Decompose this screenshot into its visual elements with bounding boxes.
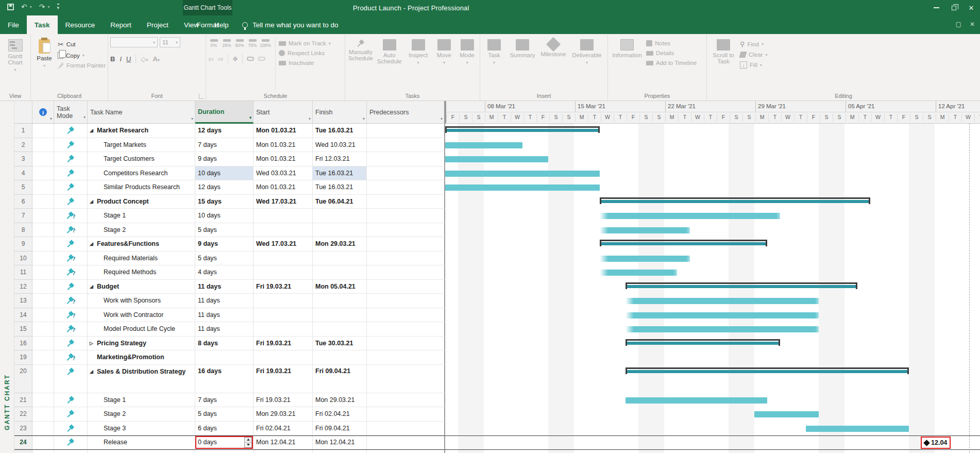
start-cell[interactable] [254, 294, 313, 308]
copy-button[interactable]: Copy▾ [58, 52, 106, 59]
task-row-19[interactable]: 19?Marketing&Promotion [14, 350, 980, 365]
start-cell[interactable] [254, 350, 313, 365]
task-row-10[interactable]: 10?Required Materials5 days [14, 251, 980, 266]
minimize-button[interactable] [927, 0, 945, 15]
undo-caret-icon[interactable]: ▾ [30, 5, 32, 9]
task-name-cell[interactable]: Similar Products Research [88, 180, 195, 195]
row-number[interactable]: 10 [14, 251, 32, 266]
start-cell[interactable]: Fri 19.03.21 [254, 280, 313, 294]
fill-button[interactable]: ↓Fill▾ [740, 61, 768, 69]
task-name-cell[interactable]: Work with Sponsors [88, 294, 195, 308]
task-name-cell[interactable]: Stage 2 [88, 407, 195, 422]
task-mode-cell[interactable] [54, 407, 88, 422]
predecessors-cell[interactable] [367, 280, 445, 294]
scroll-to-task-button[interactable]: Scroll to Task [709, 37, 738, 91]
predecessors-cell[interactable] [367, 393, 445, 408]
task-row-24[interactable]: 24Release0 daysMon 12.04.21Mon 12.04.211… [14, 435, 980, 450]
indicator-cell[interactable] [32, 265, 54, 280]
predecessors-cell[interactable] [367, 138, 445, 153]
finish-cell[interactable]: Wed 10.03.21 [313, 138, 367, 153]
predecessors-cell[interactable] [367, 422, 445, 436]
start-cell[interactable]: Wed 17.03.21 [254, 237, 313, 251]
gantt-chart-view-button[interactable]: Gantt Chart▾ [2, 37, 28, 91]
row-number[interactable]: 21 [14, 393, 32, 408]
percent-complete-button-0[interactable]: 0% [208, 39, 219, 48]
percent-complete-button-25[interactable]: 25% [221, 39, 232, 48]
finish-cell[interactable]: Mon 05.04.21 [313, 280, 367, 294]
indicator-cell[interactable] [32, 209, 54, 223]
duration-cell[interactable]: 5 days [195, 223, 254, 238]
task-mode-cell[interactable]: ? [54, 209, 88, 223]
spinner-up-icon[interactable] [245, 438, 251, 443]
collapse-triangle-icon[interactable]: ◢ [90, 199, 97, 204]
task-row-8[interactable]: 8?Stage 25 days [14, 223, 980, 238]
tab-resource[interactable]: Resource [58, 15, 103, 34]
task-mode-cell[interactable] [54, 166, 88, 181]
find-button[interactable]: ⚲Find▾ [740, 40, 768, 48]
task-name-cell[interactable]: Competitors Research [88, 166, 195, 181]
finish-cell[interactable]: Tue 16.03.21 [313, 166, 367, 181]
task-row-7[interactable]: 7?Stage 110 days [14, 209, 980, 223]
row-number[interactable]: 5 [14, 180, 32, 195]
finish-cell[interactable]: Fri 09.04.21 [313, 422, 367, 436]
predecessors-cell[interactable] [367, 350, 445, 365]
italic-button[interactable]: I [120, 55, 122, 63]
task-name-cell[interactable]: Stage 1 [88, 209, 195, 223]
indicator-cell[interactable] [32, 407, 54, 422]
task-row-12[interactable]: 12◢Budget11 daysFri 19.03.21Mon 05.04.21 [14, 280, 980, 294]
task-row-15[interactable]: 15?Model Product Life Cycle11 days [14, 322, 980, 337]
start-cell[interactable]: Wed 17.03.21 [254, 195, 313, 209]
close-button[interactable]: ✕ [962, 0, 980, 15]
task-mode-cell[interactable] [54, 365, 88, 393]
summary-task-bar[interactable] [600, 197, 870, 205]
row-number[interactable]: 13 [14, 294, 32, 308]
indicator-cell[interactable] [32, 280, 54, 294]
finish-cell[interactable]: Fri 09.04.21 [313, 365, 367, 393]
customize-qat-icon[interactable]: ▾ [57, 4, 60, 10]
indicator-cell[interactable] [32, 308, 54, 323]
add-to-timeline-button[interactable]: Add to Timeline [646, 60, 697, 66]
start-cell[interactable]: Mon 01.03.21 [254, 138, 313, 153]
row-number[interactable]: 4 [14, 166, 32, 181]
font-color-button[interactable]: A▾ [153, 55, 159, 63]
indicator-cell[interactable] [32, 166, 54, 181]
task-bar[interactable] [600, 227, 690, 233]
finish-cell[interactable] [313, 251, 367, 266]
duration-cell[interactable] [195, 350, 254, 365]
insert-deliverable-button[interactable]: Deliverable▾ [570, 37, 604, 91]
finish-cell[interactable]: Mon 29.03.21 [313, 237, 367, 251]
auto-schedule-button[interactable]: Auto Schedule [376, 37, 403, 91]
restore-button[interactable] [945, 0, 962, 15]
task-bar[interactable] [600, 213, 780, 219]
duration-cell[interactable]: 11 days [195, 280, 254, 294]
task-row-14[interactable]: 14?Work with Contractor11 days [14, 308, 980, 323]
row-number[interactable]: 19 [14, 350, 32, 365]
duration-cell[interactable]: 16 days [195, 365, 254, 393]
task-mode-cell[interactable]: ? [54, 251, 88, 266]
predecessors-cell[interactable] [367, 209, 445, 223]
duration-cell[interactable]: 10 days [195, 209, 254, 223]
start-cell[interactable]: Fri 19.03.21 [254, 337, 313, 351]
duration-cell[interactable]: 0 days [195, 436, 254, 449]
task-mode-cell[interactable]: ? [54, 350, 88, 365]
percent-complete-button-75[interactable]: 75% [247, 39, 258, 48]
notes-button[interactable]: Notes [646, 40, 697, 46]
indicator-cell[interactable] [32, 393, 54, 408]
start-cell[interactable]: Fri 02.04.21 [254, 422, 313, 436]
indicator-cell[interactable] [32, 223, 54, 238]
column-header-predecessors[interactable]: Predecessors▾ [367, 101, 445, 124]
column-header-info[interactable]: i▾ [32, 101, 54, 124]
underline-button[interactable]: U [126, 55, 131, 63]
start-cell[interactable] [254, 308, 313, 323]
task-mode-cell[interactable]: ? [54, 322, 88, 337]
tab-task[interactable]: Task [27, 15, 58, 34]
start-cell[interactable]: Mon 29.03.21 [254, 407, 313, 422]
task-row-6[interactable]: 6◢Product Concept15 daysWed 17.03.21Tue … [14, 195, 980, 209]
predecessors-cell[interactable] [367, 166, 445, 181]
mark-on-track-button[interactable]: Mark on Track▾ [279, 40, 331, 46]
task-bar[interactable] [600, 270, 677, 276]
indicator-cell[interactable] [32, 422, 54, 436]
column-header-task-mode[interactable]: Task Mode▾ [54, 101, 88, 124]
indicator-cell[interactable] [32, 180, 54, 195]
task-mode-cell[interactable] [54, 422, 88, 436]
